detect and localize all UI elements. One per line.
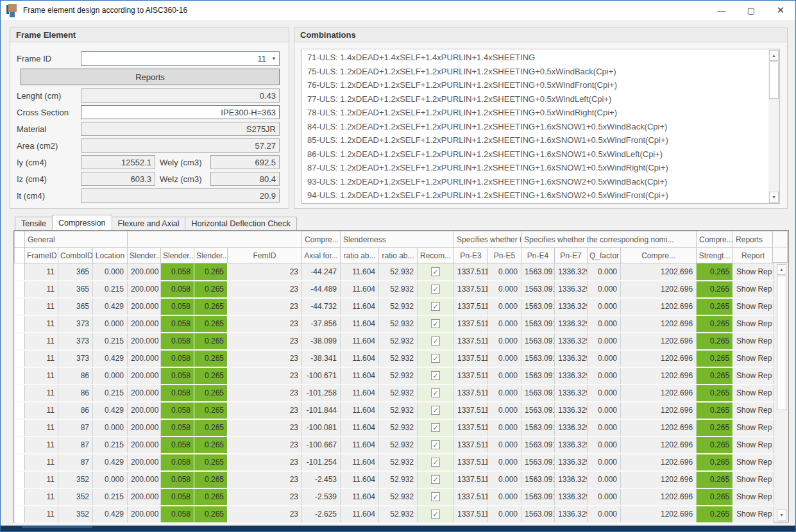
column-header-pn-e7[interactable]: Pn-E7 [555, 248, 588, 263]
welz-field[interactable]: 80.4 [210, 172, 280, 186]
cell-row-header[interactable] [15, 281, 25, 298]
combination-item[interactable]: 78-ULS: 1.2xDEAD+1.2xSELF+1.2xPURLIN+1.2… [302, 106, 768, 120]
scrollbar-thumb[interactable] [769, 62, 779, 99]
combination-item[interactable]: 86-ULS: 1.2xDEAD+1.2xSELF+1.2xPURLIN+1.2… [302, 147, 768, 162]
recommended-checkbox[interactable]: ✓ [431, 440, 440, 449]
lenght-field[interactable]: 0.43 [81, 88, 280, 103]
show-report-link[interactable]: Show Rep [733, 488, 774, 506]
column-header-fem-id[interactable]: FemID [228, 248, 302, 263]
cell-row-header[interactable] [15, 471, 25, 488]
cell-row-header[interactable] [15, 350, 25, 367]
show-report-link[interactable]: Show Rep [733, 436, 774, 454]
iy-field[interactable]: 12552.1 [81, 155, 155, 169]
cell-row-header[interactable] [15, 488, 25, 506]
table-row[interactable]: 11870.215200.0000.0580.26523-100.66711.6… [15, 436, 774, 454]
show-report-link[interactable]: Show Rep [733, 402, 774, 419]
cell-row-header[interactable] [15, 419, 25, 436]
scrollbar-thumb[interactable] [777, 276, 786, 410]
combination-item[interactable]: 71-ULS: 1.4xDEAD+1.4xSELF+1.4xPURLIN+1.4… [302, 51, 768, 65]
show-report-link[interactable]: Show Rep [733, 315, 774, 333]
it-field[interactable]: 20.9 [81, 188, 280, 203]
scroll-up-icon[interactable]: ▲ [777, 264, 786, 275]
combination-item[interactable]: 77-ULS: 1.2xDEAD+1.2xSELF+1.2xPURLIN+1.2… [302, 92, 768, 106]
scroll-up-icon[interactable]: ▲ [769, 50, 779, 61]
recommended-checkbox[interactable]: ✓ [431, 354, 440, 363]
cell-row-header[interactable] [15, 454, 25, 471]
recommended-checkbox[interactable]: ✓ [431, 458, 440, 467]
tab-horizontal-deflection-check[interactable]: Horizontal Deflection Check [185, 217, 296, 230]
recommended-checkbox[interactable]: ✓ [431, 475, 440, 484]
cell-row-header[interactable] [15, 402, 25, 419]
table-row[interactable]: 11860.215200.0000.0580.26523-101.25811.6… [15, 385, 774, 402]
combination-item[interactable]: 75-ULS: 1.2xDEAD+1.2xSELF+1.2xPURLIN+1.2… [302, 65, 768, 79]
grid-scrollbar[interactable]: ▲ ▼ [776, 263, 787, 521]
table-row[interactable]: 113650.215200.0000.0580.26523-44.48911.6… [15, 281, 774, 298]
column-header-combo-id[interactable]: ComboID [58, 248, 93, 263]
column-header-pn-e4[interactable]: Pn-E4 [521, 248, 555, 263]
show-report-link[interactable]: Show Rep [733, 333, 774, 350]
recommended-checkbox[interactable]: ✓ [431, 510, 440, 519]
close-button[interactable]: ✕ [766, 1, 795, 20]
cell-row-header[interactable] [15, 385, 25, 402]
material-field[interactable]: S275JR [81, 122, 280, 136]
column-header-ratio-about-y[interactable]: ratio ab... [341, 248, 379, 263]
column-header-recommended[interactable]: Recom... [418, 248, 454, 263]
table-row[interactable]: 113730.429200.0000.0580.26523-38.34111.6… [15, 350, 774, 367]
table-row[interactable]: 113730.215200.0000.0580.26523-38.09911.6… [15, 333, 774, 350]
show-report-link[interactable]: Show Rep [733, 281, 774, 298]
table-row[interactable]: 11870.000200.0000.0580.26523-100.08111.6… [15, 419, 774, 436]
tab-compression[interactable]: Compression [52, 215, 112, 230]
column-header-strength-ratio[interactable]: Strengt... [697, 248, 733, 263]
maximize-button[interactable]: ▢ [736, 1, 766, 20]
cell-row-header[interactable] [15, 298, 25, 315]
minimize-button[interactable]: — [707, 1, 736, 20]
recommended-checkbox[interactable]: ✓ [431, 423, 440, 432]
combination-item[interactable]: 94-ULS: 1.2xDEAD+1.2xSELF+1.2xPURLIN+1.2… [302, 188, 768, 203]
chevron-down-icon[interactable]: ▼ [271, 56, 276, 62]
column-header-location[interactable]: Location [93, 248, 128, 263]
recommended-checkbox[interactable]: ✓ [431, 267, 440, 276]
column-header-q-factor[interactable]: Q_factor [588, 248, 621, 263]
recommended-checkbox[interactable]: ✓ [431, 492, 440, 501]
combination-item[interactable]: 84-ULS: 1.2xDEAD+1.2xSELF+1.2xPURLIN+1.2… [302, 120, 768, 134]
recommended-checkbox[interactable]: ✓ [431, 319, 440, 328]
combination-item[interactable]: 76-ULS: 1.2xDEAD+1.2xSELF+1.2xPURLIN+1.2… [302, 78, 768, 92]
cross-section-field[interactable]: IPE300-H=363 [81, 105, 280, 119]
show-report-link[interactable]: Show Rep [733, 263, 774, 281]
recommended-checkbox[interactable]: ✓ [431, 406, 440, 415]
area-field[interactable]: 57.27 [81, 138, 280, 153]
cell-row-header[interactable] [15, 367, 25, 385]
table-row[interactable]: 113520.429200.0000.0580.26523-2.62511.60… [15, 506, 774, 523]
recommended-checkbox[interactable]: ✓ [431, 285, 440, 294]
table-row[interactable]: 113650.000200.0000.0580.26523-44.24711.6… [15, 263, 774, 281]
tab-flexure-and-axial[interactable]: Flexure and Axial [112, 217, 186, 230]
table-row[interactable]: 113730.000200.0000.0580.26523-37.85611.6… [15, 315, 774, 333]
column-header-frame-id[interactable]: FrameID [25, 248, 58, 263]
wely-field[interactable]: 692.5 [210, 155, 280, 169]
cell-row-header[interactable] [15, 263, 25, 281]
show-report-link[interactable]: Show Rep [733, 506, 774, 523]
scroll-down-icon[interactable]: ▼ [769, 192, 779, 203]
column-header-slenderness-limit[interactable]: Slender... [128, 248, 161, 263]
combination-item[interactable]: 87-ULS: 1.2xDEAD+1.2xSELF+1.2xPURLIN+1.2… [302, 161, 768, 175]
show-report-link[interactable]: Show Rep [733, 471, 774, 488]
show-report-link[interactable]: Show Rep [733, 367, 774, 385]
column-header-pn-e3[interactable]: Pn-E3 [454, 248, 488, 263]
table-row[interactable]: 11870.429200.0000.0580.26523-101.25411.6… [15, 454, 774, 471]
column-header-slenderness-z[interactable]: Slender... [194, 248, 228, 263]
cell-row-header[interactable] [15, 333, 25, 350]
recommended-checkbox[interactable]: ✓ [431, 337, 440, 345]
table-row[interactable]: 11860.000200.0000.0580.26523-100.67111.6… [15, 367, 774, 385]
tab-tensile[interactable]: Tensile [15, 217, 53, 230]
recommended-checkbox[interactable]: ✓ [431, 302, 440, 311]
cell-row-header[interactable] [15, 506, 25, 523]
column-header-ratio-about-z[interactable]: ratio ab... [379, 248, 418, 263]
show-report-link[interactable]: Show Rep [733, 298, 774, 315]
recommended-checkbox[interactable]: ✓ [431, 371, 440, 380]
reports-button[interactable]: Reports [21, 69, 280, 85]
show-report-link[interactable]: Show Rep [733, 419, 774, 436]
column-header-axial-force[interactable]: Axial for... [302, 248, 341, 263]
show-report-link[interactable]: Show Rep [733, 350, 774, 367]
cell-row-header[interactable] [15, 436, 25, 454]
scroll-down-icon[interactable]: ▼ [777, 510, 786, 520]
